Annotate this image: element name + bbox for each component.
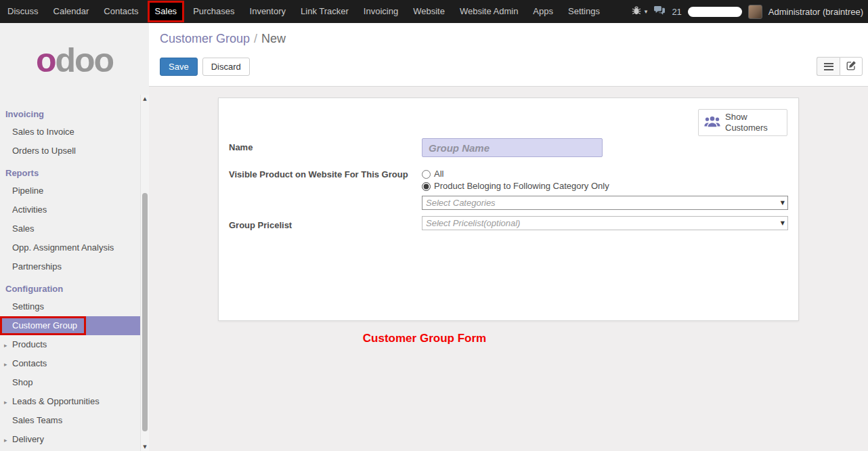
sidebar-item-sales[interactable]: Sales (0, 219, 149, 238)
message-count[interactable]: 21 (672, 7, 681, 17)
topbar-right: ▾ 21 Administrator (braintree) (632, 5, 868, 19)
control-panel: Customer Group/New Save Discard (149, 23, 868, 87)
save-button[interactable]: Save (160, 58, 198, 76)
group-name-input[interactable] (422, 138, 603, 157)
radio-input-all[interactable] (422, 170, 431, 179)
breadcrumb: Customer Group/New (160, 32, 863, 46)
form-sheet: Show Customers Name Visible Product on W… (218, 98, 799, 321)
sidebar-section-configuration: Configuration (0, 276, 149, 297)
field-row-visible-products: Visible Product on Website For This Grou… (229, 168, 788, 210)
scroll-up-icon[interactable]: ▲ (141, 95, 149, 103)
expand-arrow-icon: ▸ (4, 399, 12, 406)
sidebar-item-shop[interactable]: Shop (0, 373, 149, 392)
view-switcher (817, 57, 863, 76)
sidebar-scrollbar[interactable]: ▲ ▼ (140, 95, 149, 451)
radio-input-category-only[interactable] (422, 182, 431, 191)
control-panel-buttons: Save Discard (160, 57, 863, 76)
expand-arrow-icon: ▸ (4, 342, 12, 349)
sidebar-item-pipeline[interactable]: Pipeline (0, 181, 149, 200)
edit-form-icon (846, 60, 856, 72)
menu-purchases[interactable]: Purchases (186, 0, 242, 23)
expand-arrow-icon: ▸ (4, 361, 12, 368)
categories-select[interactable]: Select Categories ▼ (422, 196, 788, 210)
top-menu-bar: Discuss Calendar Contacts Sales Purchase… (0, 0, 607, 23)
radio-label-category-only: Product Beloging to Following Category O… (434, 180, 609, 192)
show-customers-button[interactable]: Show Customers (698, 109, 787, 136)
annotation-caption: Customer Group Form (149, 332, 700, 345)
sidebar-item-delivery[interactable]: ▸Delivery (0, 430, 149, 449)
sidebar-item-leads-opportunities[interactable]: ▸Leads & Opportunities (0, 392, 149, 411)
debug-bug-icon[interactable] (632, 6, 641, 17)
sidebar-item-opp-assignment-analysis[interactable]: Opp. Assignment Analysis (0, 238, 149, 257)
content-body: Show Customers Name Visible Product on W… (149, 87, 868, 451)
menu-settings[interactable]: Settings (561, 0, 607, 23)
timer-widget[interactable] (688, 7, 742, 17)
discard-button[interactable]: Discard (202, 58, 250, 76)
menu-link-tracker[interactable]: Link Tracker (293, 0, 356, 23)
breadcrumb-current: New (261, 32, 286, 45)
user-menu[interactable]: Administrator (braintree) (768, 7, 863, 17)
sidebar-section-invoicing: Invoicing (0, 102, 149, 123)
avatar[interactable] (748, 5, 762, 19)
menu-website-admin[interactable]: Website Admin (452, 0, 525, 23)
menu-contacts[interactable]: Contacts (96, 0, 146, 23)
visible-products-field-label: Visible Product on Website For This Grou… (229, 168, 422, 179)
sidebar-menu: Invoicing Sales to Invoice Orders to Ups… (0, 102, 149, 449)
group-pricelist-field-label: Group Pricelist (229, 216, 422, 230)
pricelist-select[interactable]: Select Pricelist(optional) ▼ (422, 216, 788, 230)
breadcrumb-customer-group-link[interactable]: Customer Group (160, 32, 250, 45)
menu-invoicing[interactable]: Invoicing (356, 0, 406, 23)
sidebar-item-contacts[interactable]: ▸Contacts (0, 354, 149, 373)
menu-website[interactable]: Website (406, 0, 452, 23)
dropdown-arrow-icon: ▼ (781, 200, 785, 206)
menu-inventory[interactable]: Inventory (242, 0, 293, 23)
messages-icon[interactable] (653, 5, 666, 18)
sidebar-item-activities[interactable]: Activities (0, 200, 149, 219)
caret-down-icon[interactable]: ▾ (645, 8, 648, 15)
radio-option-all[interactable]: All (422, 168, 788, 180)
menu-apps[interactable]: Apps (525, 0, 561, 23)
sidebar-item-label: Contacts (12, 358, 47, 368)
customers-group-icon (704, 116, 720, 129)
scrollbar-thumb[interactable] (142, 193, 148, 431)
scroll-down-icon[interactable]: ▼ (141, 443, 149, 451)
list-icon (824, 63, 833, 70)
sidebar-item-products[interactable]: ▸Products (0, 335, 149, 354)
field-row-group-pricelist: Group Pricelist Select Pricelist(optiona… (229, 216, 788, 230)
sidebar-section-reports: Reports (0, 160, 149, 181)
name-field-label: Name (229, 138, 422, 152)
list-view-button[interactable] (817, 57, 840, 76)
expand-arrow-icon: ▸ (4, 437, 12, 444)
sidebar-item-label: Leads & Opportunities (12, 396, 100, 406)
field-row-name: Name (229, 138, 788, 157)
menu-discuss[interactable]: Discuss (0, 0, 46, 23)
pricelist-select-placeholder: Select Pricelist(optional) (426, 218, 520, 228)
sidebar-item-sales-teams[interactable]: Sales Teams (0, 411, 149, 430)
radio-option-category-only[interactable]: Product Beloging to Following Category O… (422, 180, 788, 192)
sidebar-item-label: Delivery (12, 434, 44, 444)
categories-select-placeholder: Select Categories (426, 198, 496, 208)
sidebar-item-sales-to-invoice[interactable]: Sales to Invoice (0, 123, 149, 142)
top-nav: Discuss Calendar Contacts Sales Purchase… (0, 0, 868, 23)
sidebar-item-customer-group[interactable]: Customer Group (0, 316, 149, 335)
dropdown-arrow-icon: ▼ (781, 220, 785, 226)
radio-label-all: All (434, 168, 443, 180)
app-body: odoo Invoicing Sales to Invoice Orders t… (0, 23, 868, 451)
main-content: Customer Group/New Save Discard (149, 23, 868, 451)
annotation-highlight-customer-group: Customer Group (0, 316, 86, 335)
show-customers-label: Show Customers (725, 112, 775, 134)
sidebar-item-partnerships[interactable]: Partnerships (0, 257, 149, 276)
breadcrumb-separator: / (254, 32, 257, 45)
sidebar-item-label: Products (12, 339, 47, 349)
sidebar-item-settings[interactable]: Settings (0, 297, 149, 316)
sidebar: odoo Invoicing Sales to Invoice Orders t… (0, 23, 149, 451)
menu-calendar[interactable]: Calendar (46, 0, 97, 23)
odoo-logo: odoo (0, 23, 149, 87)
form-view-button[interactable] (840, 57, 863, 76)
sidebar-item-orders-to-upsell[interactable]: Orders to Upsell (0, 142, 149, 160)
menu-sales[interactable]: Sales (148, 1, 185, 22)
